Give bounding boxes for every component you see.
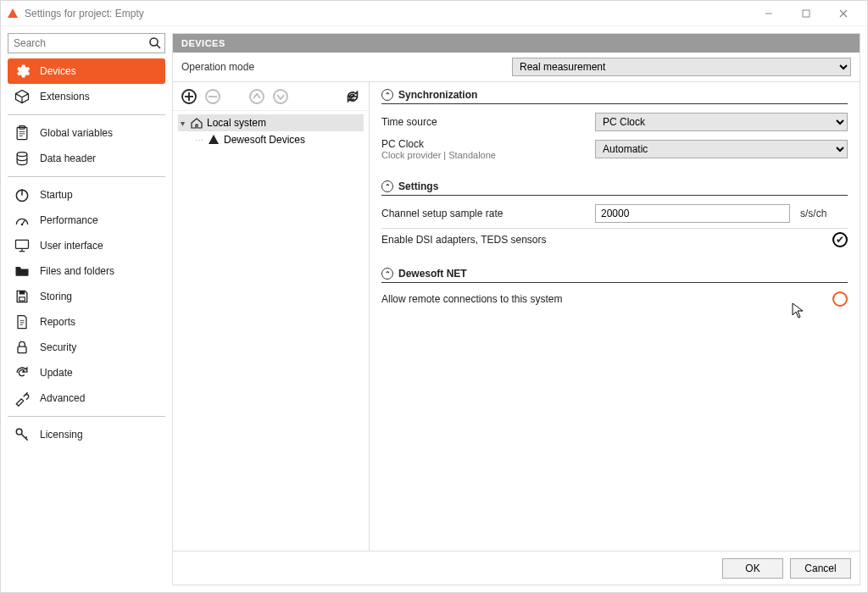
sidebar-item-global-variables[interactable]: Global variables: [8, 120, 165, 146]
chevron-down-icon[interactable]: ▾: [178, 119, 186, 128]
sidebar-item-devices[interactable]: Devices: [8, 58, 165, 84]
sidebar-separator: [8, 416, 165, 417]
power-icon: [13, 186, 31, 204]
database-icon: [13, 149, 31, 168]
operation-mode-label: Operation mode: [181, 61, 504, 73]
sidebar-item-label: Advanced: [40, 392, 85, 404]
enable-dsi-label: Enable DSI adapters, TEDS sensors: [381, 234, 832, 246]
refresh-icon: [13, 363, 31, 382]
sidebar-item-label: Data header: [40, 152, 96, 164]
section-dewesoft-net[interactable]: ⌃ Dewesoft NET: [381, 268, 848, 283]
svg-point-36: [274, 90, 287, 103]
close-button[interactable]: [825, 2, 862, 25]
tree-item-label: Dewesoft Devices: [224, 134, 305, 146]
sidebar-item-label: User interface: [40, 240, 103, 252]
sample-rate-unit: s/s/ch: [800, 208, 826, 219]
folder-icon: [13, 262, 31, 280]
sidebar-separator: [8, 176, 165, 177]
collapse-icon[interactable]: ⌃: [381, 89, 393, 101]
enable-dsi-toggle[interactable]: ✔: [832, 232, 848, 247]
ok-button[interactable]: OK: [722, 558, 783, 579]
add-device-button[interactable]: [180, 87, 198, 106]
sidebar-item-label: Performance: [40, 214, 98, 226]
pcclock-select[interactable]: Automatic: [595, 140, 848, 158]
save-icon: [13, 287, 31, 306]
svg-point-12: [17, 152, 27, 157]
sidebar-item-startup[interactable]: Startup: [8, 182, 165, 208]
sidebar-item-licensing[interactable]: Licensing: [8, 422, 165, 447]
sidebar-item-label: Licensing: [40, 429, 83, 441]
allow-remote-label: Allow remote connections to this system: [381, 293, 832, 305]
sidebar-item-label: Reports: [40, 316, 75, 328]
sidebar-item-data-header[interactable]: Data header: [8, 146, 165, 171]
key-icon: [13, 425, 31, 444]
svg-point-5: [150, 38, 158, 46]
clipboard-icon: [13, 124, 31, 142]
maximize-button[interactable]: [787, 2, 825, 25]
svg-point-16: [21, 224, 24, 226]
tree-item-local-system[interactable]: ▾ Local system: [178, 114, 364, 131]
sidebar-item-label: Storing: [40, 291, 72, 302]
sidebar-item-performance[interactable]: Performance: [8, 208, 165, 233]
search-input[interactable]: [8, 33, 165, 53]
collapse-icon[interactable]: ⌃: [381, 180, 393, 192]
app-icon: [6, 7, 19, 20]
refresh-devices-button[interactable]: [343, 87, 362, 106]
sidebar-item-reports[interactable]: Reports: [8, 309, 165, 335]
sidebar-item-label: Startup: [40, 189, 73, 201]
move-up-button[interactable]: [248, 87, 266, 106]
tree-item-dewesoft-devices[interactable]: ⋯ Dewesoft Devices: [178, 131, 364, 148]
document-icon: [13, 313, 31, 331]
sidebar-item-label: Files and folders: [40, 265, 114, 277]
window-title: Settings for project: Empty: [25, 8, 750, 19]
svg-rect-21: [19, 297, 25, 301]
sidebar-item-ui[interactable]: User interface: [8, 233, 165, 258]
svg-marker-0: [8, 8, 18, 18]
panel-header: DEVICES: [173, 34, 860, 53]
box-icon: [13, 87, 31, 106]
lock-icon: [13, 338, 31, 357]
monitor-icon: [13, 236, 31, 255]
sidebar-item-label: Global variables: [40, 127, 113, 139]
section-synchronization[interactable]: ⌃ Synchronization: [381, 89, 848, 104]
svg-rect-2: [803, 10, 810, 17]
titlebar: Settings for project: Empty: [1, 1, 867, 26]
gear-icon: [13, 62, 31, 80]
tree-item-label: Local system: [207, 117, 266, 129]
gauge-icon: [13, 211, 31, 230]
allow-remote-toggle[interactable]: [832, 291, 848, 307]
minimize-button[interactable]: [750, 2, 787, 25]
sidebar-item-label: Devices: [40, 65, 76, 77]
section-title: Synchronization: [398, 89, 477, 101]
sidebar-item-files[interactable]: Files and folders: [8, 258, 165, 284]
section-title: Settings: [398, 180, 438, 192]
svg-rect-20: [19, 291, 25, 294]
sidebar-item-storing[interactable]: Storing: [8, 284, 165, 309]
svg-point-27: [16, 429, 22, 435]
logo-icon: [207, 133, 220, 147]
tools-icon: [13, 389, 31, 407]
sidebar-separator: [8, 114, 165, 115]
sidebar-item-update[interactable]: Update: [8, 360, 165, 385]
svg-line-6: [157, 45, 160, 48]
home-icon: [190, 116, 203, 130]
pcclock-label: PC Clock: [381, 138, 595, 150]
section-settings[interactable]: ⌃ Settings: [381, 180, 848, 196]
svg-marker-37: [209, 135, 219, 144]
sidebar-item-security[interactable]: Security: [8, 335, 165, 360]
svg-line-29: [25, 437, 27, 439]
move-down-button[interactable]: [271, 87, 290, 106]
collapse-icon[interactable]: ⌃: [381, 268, 393, 280]
sample-rate-input[interactable]: [595, 204, 790, 223]
svg-point-35: [250, 90, 264, 103]
section-title: Dewesoft NET: [398, 268, 467, 280]
pcclock-sub: Clock provider | Standalone: [381, 150, 595, 160]
sidebar-item-extensions[interactable]: Extensions: [8, 84, 165, 109]
operation-mode-select[interactable]: Real measurement: [512, 58, 851, 76]
search-icon[interactable]: [148, 36, 162, 50]
remove-device-button[interactable]: [203, 87, 222, 106]
sidebar-item-advanced[interactable]: Advanced: [8, 385, 165, 411]
time-source-select[interactable]: PC Clock: [595, 113, 848, 131]
sidebar-item-label: Security: [40, 341, 76, 353]
cancel-button[interactable]: Cancel: [790, 558, 851, 579]
